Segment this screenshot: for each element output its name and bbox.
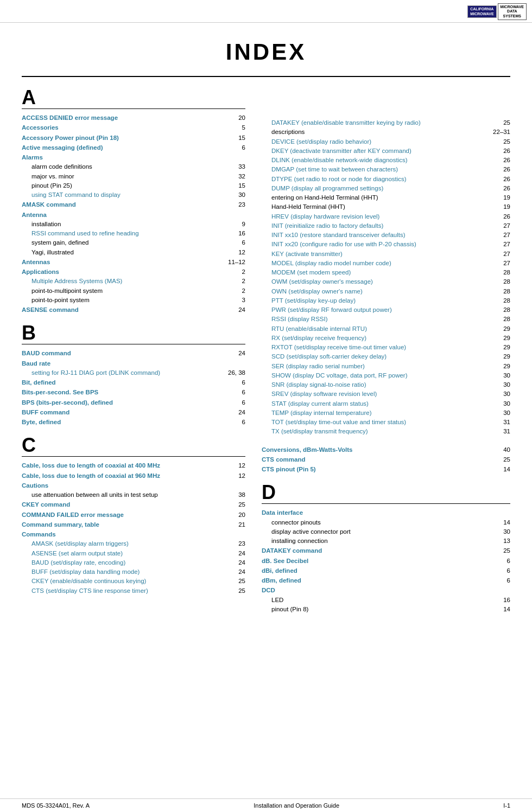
california-microwave-logo: CALIFORNIA MICROWAVE bbox=[467, 5, 496, 18]
footer-right: I-1 bbox=[503, 802, 510, 809]
list-item: dBi, defined 6 bbox=[262, 566, 510, 576]
list-item: connector pinouts 14 bbox=[262, 518, 510, 527]
list-item: dB. See Decibel 6 bbox=[262, 557, 510, 566]
page-header: CALIFORNIA MICROWAVE MICROWAVE DATA SYST… bbox=[0, 0, 532, 23]
right-column: DATAKEY (enable/disable transmitter keyi… bbox=[256, 88, 510, 623]
list-item: AMASK command 23 bbox=[22, 200, 245, 209]
list-item: entering on Hand-Held Terminal (HHT) 19 bbox=[262, 193, 510, 202]
section-letter-B: B bbox=[22, 323, 245, 343]
section-D-divider bbox=[262, 503, 510, 504]
list-item: CTS (set/display CTS line response timer… bbox=[22, 586, 245, 596]
list-item: pinout (Pin 8) 14 bbox=[262, 605, 510, 614]
list-item: RSSI command used to refine heading 16 bbox=[22, 229, 245, 238]
list-item: BAUD (set/display rate, encoding) 24 bbox=[22, 558, 245, 567]
list-item: Bits-per-second. See BPS 6 bbox=[22, 388, 245, 397]
list-item: ACCESS DENIED error message 20 bbox=[22, 113, 245, 123]
conversions-section: Conversions, dBm-Watts-Volts 40 CTS comm… bbox=[262, 445, 510, 475]
list-item: CTS command 25 bbox=[262, 455, 510, 464]
list-item: BUFF command 24 bbox=[22, 408, 245, 417]
list-item: SCD (set/display soft-carrier dekey dela… bbox=[262, 352, 510, 361]
list-item: Byte, defined 6 bbox=[22, 418, 245, 427]
list-item: Cable, loss due to length of coaxial at … bbox=[22, 461, 245, 470]
logo-area: CALIFORNIA MICROWAVE MICROWAVE DATA SYST… bbox=[467, 3, 527, 20]
section-B-divider bbox=[22, 344, 245, 344]
list-item: Active messaging (defined) 6 bbox=[22, 143, 245, 152]
section-letter-A: A bbox=[22, 88, 245, 107]
list-item: point-to-point system 3 bbox=[22, 296, 245, 305]
footer-center: Installation and Operation Guide bbox=[254, 802, 339, 809]
list-item: Cautions use attenuation between all uni… bbox=[22, 481, 245, 500]
list-item: SER (display radio serial number) 29 bbox=[262, 362, 510, 371]
list-item: Bit, defined 6 bbox=[22, 378, 245, 387]
list-item: Accessory Power pinout (Pin 18) 15 bbox=[22, 133, 245, 143]
list-item: DTYPE (set radio to root or node for dia… bbox=[262, 175, 510, 184]
list-item: using STAT command to display 30 bbox=[22, 190, 245, 200]
list-item: Alarms alarm code definitions 33 major v… bbox=[22, 153, 245, 200]
list-item: descriptions 22–31 bbox=[262, 127, 510, 137]
list-item: Baud rate setting for RJ-11 DIAG port (D… bbox=[22, 359, 245, 378]
page-footer: MDS 05-3324A01, Rev. A Installation and … bbox=[0, 798, 532, 812]
list-item: Hand-Held Terminal (HHT) 19 bbox=[262, 202, 510, 212]
list-item: STAT (display current alarm status) 30 bbox=[262, 399, 510, 408]
list-item: DEVICE (set/display radio behavior) 25 bbox=[262, 137, 510, 146]
list-item: RTU (enable/disable internal RTU) 29 bbox=[262, 324, 510, 334]
section-C: C Cable, loss due to length of coaxial a… bbox=[22, 436, 245, 596]
left-column: A ACCESS DENIED error message 20 Accesso… bbox=[22, 88, 256, 623]
list-item: BAUD command 24 bbox=[22, 349, 245, 358]
section-B: B BAUD command 24 Baud rate setting for … bbox=[22, 323, 245, 427]
list-item: RXTOT (set/display receive time-out time… bbox=[262, 343, 510, 352]
section-A-divider bbox=[22, 108, 245, 109]
list-item: pinout (Pin 25) 15 bbox=[22, 181, 245, 190]
list-item: MODEM (set modem speed) 28 bbox=[262, 268, 510, 277]
list-item: DATAKEY command 25 bbox=[262, 546, 510, 555]
list-item: Cable, loss due to length of coaxial at … bbox=[22, 471, 245, 481]
list-item: Antenna installation 9 RSSI command used… bbox=[22, 210, 245, 257]
list-item: MODEL (display radio model number code) … bbox=[262, 259, 510, 268]
list-item: major vs. minor 32 bbox=[22, 172, 245, 181]
list-item: Applications 2 Multiple Address Systems … bbox=[22, 267, 245, 305]
list-item: ASENSE command 24 bbox=[22, 305, 245, 315]
list-item: Yagi, illustrated 12 bbox=[22, 248, 245, 257]
footer-left: MDS 05-3324A01, Rev. A bbox=[22, 802, 90, 809]
list-item: Commands AMASK (set/display alarm trigge… bbox=[22, 530, 245, 596]
list-item: PTT (set/display key-up delay) 28 bbox=[262, 296, 510, 305]
list-item: installing connection 13 bbox=[262, 536, 510, 546]
list-item: Data interface connector pinouts 14 disp… bbox=[262, 508, 510, 546]
content-area: A ACCESS DENIED error message 20 Accesso… bbox=[0, 77, 532, 644]
list-item: setting for RJ-11 DIAG port (DLINK comma… bbox=[22, 368, 245, 378]
list-item: SREV (display software revision level) 3… bbox=[262, 389, 510, 399]
list-item: DCD LED 16 pinout (Pin 8) 14 bbox=[262, 586, 510, 614]
list-item: RX (set/display receive frequency) 29 bbox=[262, 334, 510, 343]
list-item: PWR (set/display RF forward output power… bbox=[262, 305, 510, 315]
list-item: alarm code definitions 33 bbox=[22, 162, 245, 171]
list-item: DKEY (deactivate transmitter after KEY c… bbox=[262, 146, 510, 156]
list-item: use attenuation between all units in tes… bbox=[22, 490, 245, 500]
list-item: DMGAP (set time to wait between characte… bbox=[262, 165, 510, 174]
list-item: Antennas 11–12 bbox=[22, 258, 245, 267]
list-item: HREV (display hardware revision level) 2… bbox=[262, 212, 510, 221]
list-item: KEY (activate transmitter) 27 bbox=[262, 250, 510, 259]
list-item: INIT xx20 (configure radio for use with … bbox=[262, 240, 510, 249]
list-item: TEMP (display internal temperature) 30 bbox=[262, 408, 510, 418]
list-item: TX (set/display transmit frequency) 31 bbox=[262, 427, 510, 436]
list-item: Conversions, dBm-Watts-Volts 40 bbox=[262, 445, 510, 455]
list-item: LED 16 bbox=[262, 596, 510, 605]
list-item: INIT (reinitialize radio to factory defa… bbox=[262, 221, 510, 231]
section-letter-D: D bbox=[262, 483, 510, 502]
list-item: TOT (set/display time-out value and time… bbox=[262, 418, 510, 427]
list-item: DLINK (enable/disable network-wide diagn… bbox=[262, 156, 510, 165]
section-C-divider bbox=[22, 456, 245, 457]
section-D: D Data interface connector pinouts 14 di… bbox=[262, 483, 510, 614]
list-item: point-to-multipoint system 2 bbox=[22, 286, 245, 296]
microwave-data-systems-logo: MICROWAVE DATA SYSTEMS bbox=[498, 3, 527, 20]
list-item: OWM (set/display owner's message) 28 bbox=[262, 277, 510, 286]
list-item: Multiple Address Systems (MAS) 2 bbox=[22, 277, 245, 286]
list-item: display active connector port 30 bbox=[262, 527, 510, 536]
list-item: CTS pinout (Pin 5) 14 bbox=[262, 465, 510, 474]
list-item: OWN (set/display owner's name) 28 bbox=[262, 287, 510, 296]
list-item: Command summary, table 21 bbox=[22, 520, 245, 529]
list-item: dBm, defined 6 bbox=[262, 576, 510, 585]
section-A: A ACCESS DENIED error message 20 Accesso… bbox=[22, 88, 245, 315]
list-item: CKEY (enable/disable continuous keying) … bbox=[22, 577, 245, 586]
commands-continuation: DATAKEY (enable/disable transmitter keyi… bbox=[262, 118, 510, 437]
